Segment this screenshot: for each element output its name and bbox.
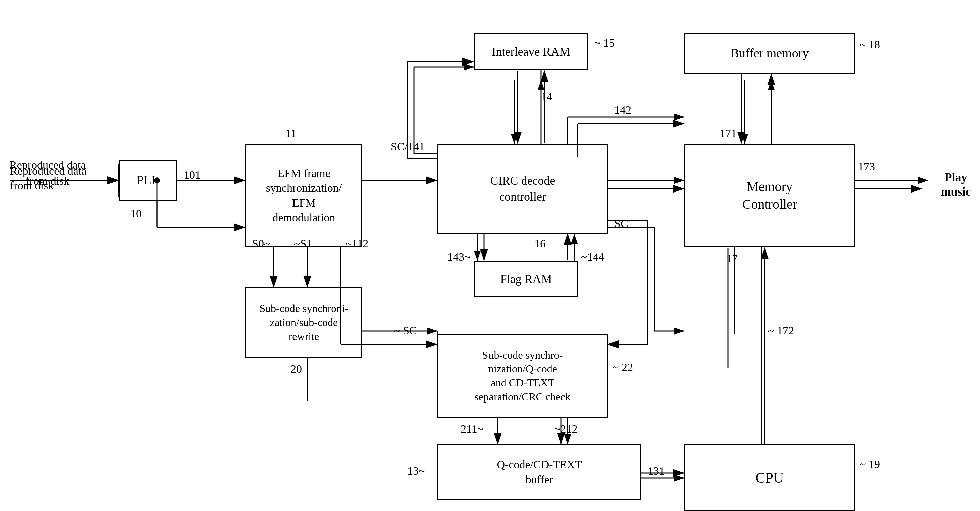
label-10: 10 [130,207,142,220]
label-17: 17 [726,252,738,265]
label-22: ~ 22 [613,361,633,374]
circ-block: CIRC decodecontroller [438,144,608,234]
subcode2-block: Sub-code synchro-nization/Q-codeand CD-T… [438,334,608,418]
flag-ram-block: Flag RAM [474,261,578,297]
label-171: 171 [719,127,737,140]
label-211: 211~ [461,423,484,436]
label-sc141: SC/141 [391,141,425,153]
label-144: ~144 [581,251,604,263]
label-18: ~ 18 [860,38,880,51]
label-s1: ~S1 [294,237,312,250]
label-sc: SC [614,217,628,230]
pll-block: PLL [119,160,177,201]
subcode-block: Sub-code synchroni-zation/sub-coderewrit… [245,287,362,358]
label-131: 131 [648,465,665,477]
label-20: 20 [291,362,302,375]
label-16: 16 [534,237,546,250]
label-172: ~ 172 [768,324,794,337]
label-sc2: ~ SC [394,324,417,337]
label-11: 11 [285,127,296,140]
qcode-buffer-block: Q-code/CD-TEXTbuffer [438,444,641,500]
label-142: 142 [614,104,632,116]
label-173: 173 [858,160,875,173]
buffer-memory-block: Buffer memory [684,34,855,73]
efm-block: EFM framesynchronization/EFMdemodulation [245,144,362,247]
label-14: 14 [541,90,552,103]
label-212: ~212 [554,423,578,436]
label-143: 143~ [447,251,471,263]
diagram: { "blocks": { "pll": { "label": "PLL", "… [0,0,980,511]
diagram-svg [0,0,980,511]
label-13: 13~ [407,465,425,477]
label-101: 101 [184,169,200,182]
arrows-svg2 [0,0,980,511]
memory-controller-block: MemoryController [684,144,855,247]
label-reproduced: Reproduced datafrom disk [10,157,86,189]
label-15: ~ 15 [594,37,615,50]
cpu-block: CPU [684,444,855,511]
label-19: ~ 19 [860,458,880,471]
play-music-label: Play music [932,171,980,198]
label-s0: S0~ [252,237,270,250]
interleave-ram-block: Interleave RAM [474,34,588,70]
label-112: ~112 [345,237,368,250]
